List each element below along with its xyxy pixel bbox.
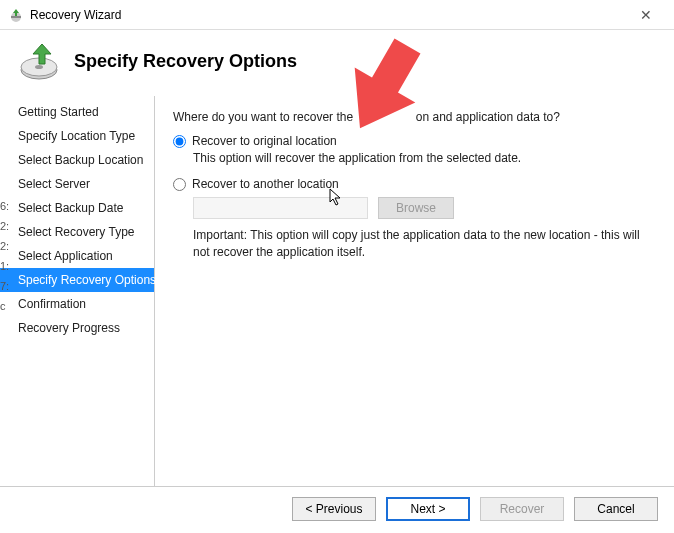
next-button[interactable]: Next > bbox=[386, 497, 470, 521]
sidebar-item-specify-recovery-options[interactable]: Specify Recovery Options bbox=[0, 268, 154, 292]
radio-another-label: Recover to another location bbox=[192, 177, 339, 191]
wizard-content: Where do you want to recover the on and … bbox=[155, 96, 674, 486]
wizard-body: Getting StartedSpecify Location TypeSele… bbox=[0, 96, 674, 486]
left-edge-stubs: 6:2: 2:1:7: c bbox=[0, 196, 9, 316]
previous-button[interactable]: < Previous bbox=[292, 497, 376, 521]
radio-original-label: Recover to original location bbox=[192, 134, 337, 148]
recover-button[interactable]: Recover bbox=[480, 497, 564, 521]
wizard-footer: < Previous Next > Recover Cancel bbox=[0, 486, 674, 531]
svg-point-4 bbox=[35, 65, 43, 69]
page-title: Specify Recovery Options bbox=[74, 51, 297, 72]
sidebar-item-getting-started[interactable]: Getting Started bbox=[0, 100, 154, 124]
sidebar-item-select-recovery-type[interactable]: Select Recovery Type bbox=[0, 220, 154, 244]
path-row: Browse bbox=[193, 197, 656, 219]
sidebar-item-recovery-progress[interactable]: Recovery Progress bbox=[0, 316, 154, 340]
wizard-sidebar: Getting StartedSpecify Location TypeSele… bbox=[0, 96, 155, 486]
wizard-header: Specify Recovery Options bbox=[0, 30, 674, 96]
option-original: Recover to original location This option… bbox=[173, 134, 656, 165]
sidebar-item-specify-location-type[interactable]: Specify Location Type bbox=[0, 124, 154, 148]
close-icon[interactable]: ✕ bbox=[626, 7, 666, 23]
recovery-question: Where do you want to recover the on and … bbox=[173, 110, 656, 124]
browse-button[interactable]: Browse bbox=[378, 197, 454, 219]
cancel-button[interactable]: Cancel bbox=[574, 497, 658, 521]
option-another: Recover to another location Browse Impor… bbox=[173, 177, 656, 261]
option-original-desc: This option will recover the application… bbox=[193, 151, 656, 165]
svg-rect-1 bbox=[11, 16, 21, 18]
app-icon bbox=[8, 7, 24, 23]
window-title: Recovery Wizard bbox=[30, 8, 626, 22]
radio-recover-original[interactable]: Recover to original location bbox=[173, 134, 656, 148]
radio-recover-another[interactable]: Recover to another location bbox=[173, 177, 656, 191]
option-another-important: Important: This option will copy just th… bbox=[193, 227, 656, 261]
sidebar-item-select-application[interactable]: Select Application bbox=[0, 244, 154, 268]
sidebar-item-confirmation[interactable]: Confirmation bbox=[0, 292, 154, 316]
sidebar-item-select-backup-date[interactable]: Select Backup Date bbox=[0, 196, 154, 220]
radio-another-input[interactable] bbox=[173, 178, 186, 191]
question-pre: Where do you want to recover the bbox=[173, 110, 353, 124]
sidebar-item-select-server[interactable]: Select Server bbox=[0, 172, 154, 196]
radio-original-input[interactable] bbox=[173, 135, 186, 148]
question-post: on and application data to? bbox=[416, 110, 560, 124]
titlebar: Recovery Wizard ✕ bbox=[0, 0, 674, 30]
sidebar-item-select-backup-location[interactable]: Select Backup Location bbox=[0, 148, 154, 172]
recovery-icon bbox=[18, 40, 60, 82]
recovery-path-input[interactable] bbox=[193, 197, 368, 219]
